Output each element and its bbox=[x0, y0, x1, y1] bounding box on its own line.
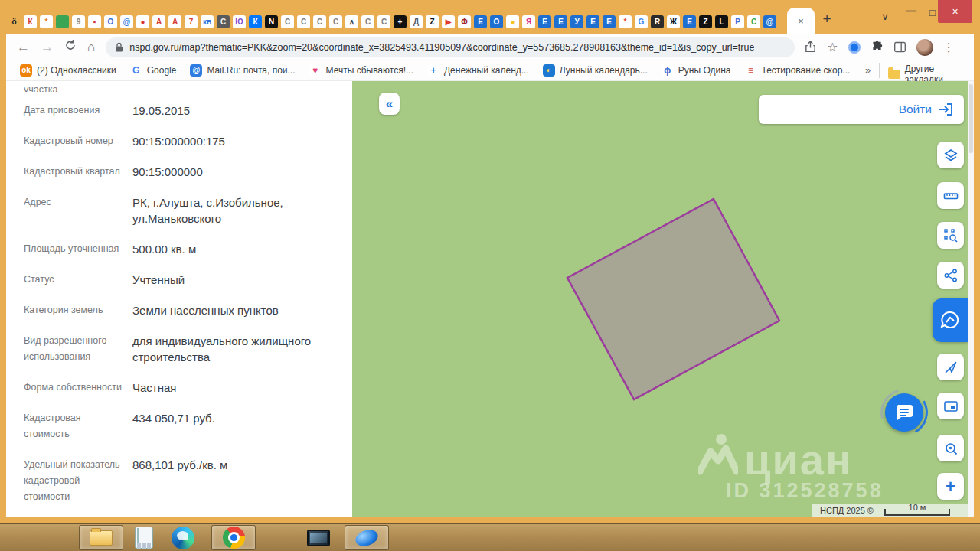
pinned-tab-favicon[interactable]: Я bbox=[522, 15, 535, 28]
pinned-tab-favicon[interactable]: G bbox=[635, 15, 648, 28]
side-panel-icon[interactable] bbox=[893, 41, 906, 54]
pinned-tab-favicon[interactable]: 9 bbox=[72, 15, 85, 28]
pinned-tab-favicon[interactable]: * bbox=[619, 15, 632, 28]
taskbar-calculator-button[interactable] bbox=[130, 525, 158, 550]
pinned-tab-favicon[interactable]: С bbox=[297, 15, 310, 28]
taskbar-explorer-button[interactable] bbox=[79, 525, 123, 550]
pinned-tab-favicon[interactable]: Z bbox=[699, 15, 712, 28]
reload-icon[interactable] bbox=[64, 39, 77, 55]
kebab-menu-icon[interactable]: ⋮ bbox=[943, 41, 955, 54]
pinned-tab-favicon[interactable]: С bbox=[329, 15, 342, 28]
bookmark-star-icon[interactable]: ☆ bbox=[827, 40, 838, 54]
measure-button[interactable] bbox=[937, 182, 964, 209]
active-tab[interactable]: × bbox=[787, 8, 815, 34]
bookmark-item[interactable]: ≡Тестирование скор... bbox=[744, 64, 850, 77]
pinned-tab-favicon[interactable]: Z bbox=[426, 15, 439, 28]
pinned-tabs[interactable]: öК*9▪O@●АА7квСЮКNСССС∧СС+ДZ▶ФЕО●ЯЕЕУЕЕ*G… bbox=[8, 15, 776, 29]
tab-close-icon[interactable]: × bbox=[798, 15, 804, 27]
bookmark-item[interactable]: +Денежный календ... bbox=[427, 64, 529, 77]
pinned-tab-favicon[interactable]: ▪ bbox=[88, 15, 101, 28]
pinned-tab-favicon[interactable]: кв bbox=[201, 15, 214, 28]
page-scrollbar-thumb[interactable] bbox=[969, 84, 973, 153]
pinned-tab-favicon[interactable]: Е bbox=[683, 15, 696, 28]
taskbar-lens-button[interactable] bbox=[345, 525, 389, 550]
pinned-tab-favicon[interactable]: ∧ bbox=[345, 15, 358, 28]
pinned-tab-favicon[interactable]: Д bbox=[410, 15, 423, 28]
pinned-tab-favicon[interactable]: Ж bbox=[667, 15, 680, 28]
zoom-in-button[interactable]: + bbox=[937, 473, 964, 500]
window-minimize-button[interactable]: — bbox=[903, 5, 919, 17]
search-area-button[interactable] bbox=[937, 435, 964, 461]
pinned-tab-favicon[interactable]: У bbox=[570, 15, 583, 28]
pinned-tab-favicon[interactable] bbox=[56, 15, 69, 28]
pinned-tab-favicon[interactable]: К bbox=[24, 15, 37, 28]
locate-me-button[interactable] bbox=[937, 354, 964, 380]
window-close-button[interactable]: × bbox=[938, 0, 972, 23]
bookmark-item[interactable]: ♥Мечты сбываются!... bbox=[309, 64, 413, 77]
pinned-tab-favicon[interactable]: С bbox=[361, 15, 374, 28]
pinned-tab-favicon[interactable]: Е bbox=[538, 15, 551, 28]
map-canvas[interactable]: циан ID 312528758 « Войти bbox=[352, 81, 968, 517]
pinned-tab-favicon[interactable]: Ф bbox=[458, 15, 471, 28]
extensions-puzzle-icon[interactable] bbox=[871, 41, 884, 54]
chat-fab-button[interactable] bbox=[885, 393, 923, 432]
bookmark-item[interactable]: GGoogle bbox=[130, 64, 177, 77]
address-bar[interactable]: nspd.gov.ru/map?thematic=PKK&zoom=20&coo… bbox=[106, 37, 795, 57]
taskbar-chrome-button[interactable] bbox=[211, 525, 256, 550]
pinned-tab-favicon[interactable]: С bbox=[747, 15, 760, 28]
pinned-tab-favicon[interactable]: 7 bbox=[185, 15, 198, 28]
pinned-tab-favicon[interactable]: С bbox=[377, 15, 390, 28]
pinned-tab-favicon[interactable]: @ bbox=[763, 15, 776, 28]
pinned-tab-favicon[interactable]: С bbox=[281, 15, 294, 28]
url-text[interactable]: nspd.gov.ru/map?thematic=PKK&zoom=20&coo… bbox=[129, 42, 754, 53]
forward-icon[interactable]: → bbox=[41, 40, 54, 55]
pinned-tab-favicon[interactable]: + bbox=[394, 15, 407, 28]
back-icon[interactable]: ← bbox=[17, 40, 30, 55]
pinned-tab-favicon[interactable]: Е bbox=[586, 15, 599, 28]
pinned-tab-favicon[interactable]: Е bbox=[603, 15, 616, 28]
layers-button[interactable] bbox=[937, 142, 964, 168]
pinned-tab-favicon[interactable]: С bbox=[217, 15, 230, 28]
object-search-button[interactable] bbox=[937, 222, 964, 249]
collapse-panel-button[interactable]: « bbox=[379, 93, 400, 115]
pinned-tab-favicon[interactable]: О bbox=[490, 15, 503, 28]
pinned-tab-favicon[interactable]: Ю bbox=[233, 15, 246, 28]
pinned-tab-favicon[interactable]: @ bbox=[120, 15, 133, 28]
pinned-tab-favicon[interactable]: ● bbox=[136, 15, 149, 28]
pinned-tab-favicon[interactable]: Е bbox=[474, 15, 487, 28]
pinned-tab-favicon[interactable]: ▶ bbox=[442, 15, 455, 28]
pinned-tab-favicon[interactable]: А bbox=[152, 15, 165, 28]
pinned-tab-favicon[interactable]: N bbox=[265, 15, 278, 28]
pinned-tab-favicon[interactable]: R bbox=[651, 15, 664, 28]
bookmark-items[interactable]: ok(2) ОдноклассникиGGoogle@Mail.Ru: почт… bbox=[6, 64, 850, 77]
share-icon[interactable] bbox=[804, 41, 817, 54]
pinned-tab-favicon[interactable]: L bbox=[715, 15, 728, 28]
pinned-tab-favicon[interactable]: P bbox=[731, 15, 744, 28]
pinned-tab-favicon[interactable]: Е bbox=[554, 15, 567, 28]
cadastral-parcel-polygon[interactable] bbox=[567, 199, 779, 399]
login-button[interactable]: Войти bbox=[759, 95, 964, 124]
bookmark-item[interactable]: ϕРуны Одина bbox=[662, 64, 731, 77]
pinned-tab-favicon[interactable]: ö bbox=[8, 15, 21, 28]
share-map-button[interactable] bbox=[937, 262, 964, 289]
pinned-tab-favicon[interactable]: К bbox=[249, 15, 262, 28]
home-icon[interactable]: ⌂ bbox=[87, 40, 95, 55]
page-scrollbar[interactable] bbox=[968, 81, 974, 517]
bookmarks-overflow-chevron[interactable]: » bbox=[865, 64, 871, 76]
mini-map-button[interactable] bbox=[937, 393, 964, 419]
pinned-tab-favicon[interactable]: O bbox=[104, 15, 117, 28]
taskbar-edge-button[interactable] bbox=[167, 525, 199, 550]
bookmark-item[interactable]: ok(2) Одноклассники bbox=[20, 64, 116, 77]
pinned-tab-favicon[interactable]: * bbox=[40, 15, 53, 28]
new-tab-button[interactable]: + bbox=[819, 11, 835, 28]
extension-badge-icon[interactable] bbox=[848, 41, 861, 54]
bookmark-item[interactable]: ◐Лунный календарь... bbox=[543, 64, 648, 77]
bookmark-item[interactable]: @Mail.Ru: почта, пои... bbox=[190, 64, 295, 77]
pinned-tab-favicon[interactable]: А bbox=[168, 15, 181, 28]
chevron-down-icon[interactable]: ∨ bbox=[877, 11, 893, 22]
pinned-tab-favicon[interactable]: ● bbox=[506, 15, 519, 28]
taskbar-display-button[interactable] bbox=[302, 525, 335, 550]
pinned-tab-favicon[interactable]: С bbox=[313, 15, 326, 28]
profile-avatar[interactable] bbox=[916, 39, 933, 56]
active-identify-tool-button[interactable] bbox=[933, 298, 968, 342]
